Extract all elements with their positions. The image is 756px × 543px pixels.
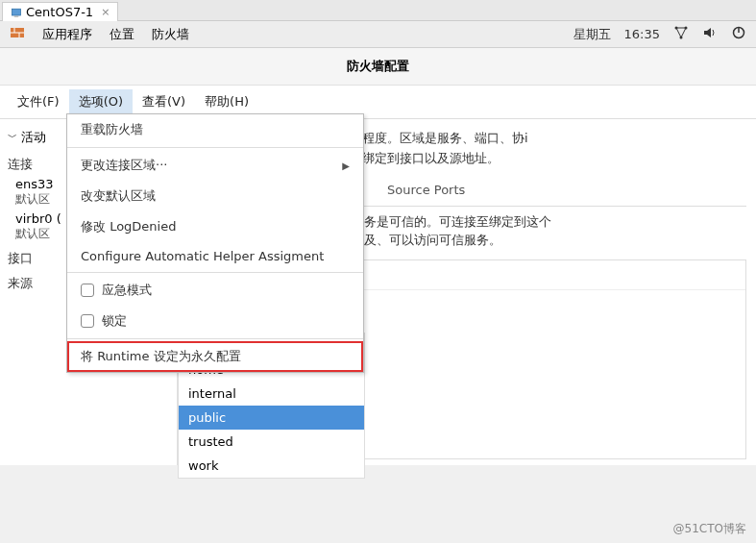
watermark: @51CTO博客 — [673, 521, 746, 537]
menu-change-connection-zone[interactable]: 更改连接区域··· — [67, 150, 363, 181]
menu-options[interactable]: 选项(O) — [69, 89, 133, 114]
zone-item-internal[interactable]: internal — [179, 382, 364, 406]
close-icon[interactable]: × — [101, 6, 110, 18]
zone-item-work[interactable]: work — [179, 454, 364, 478]
menu-change-default-zone[interactable]: 改变默认区域 — [67, 181, 363, 211]
menu-reload-firewall[interactable]: 重载防火墙 — [67, 114, 363, 145]
panel-clock-day: 星期五 — [573, 26, 611, 43]
panel-firewall[interactable]: 防火墙 — [152, 26, 189, 43]
menu-runtime-to-permanent[interactable]: 将 Runtime 设定为永久配置 — [67, 341, 363, 372]
vm-tab[interactable]: CentOS7-1 × — [2, 2, 118, 21]
volume-icon[interactable] — [702, 25, 718, 43]
svg-rect-1 — [14, 15, 19, 16]
menu-panic-label: 应急模式 — [102, 282, 152, 299]
panel-places[interactable]: 位置 — [110, 26, 134, 43]
checkbox-icon — [81, 284, 94, 297]
chevron-down-icon: ﹀ — [8, 131, 17, 144]
network-icon[interactable] — [673, 25, 689, 43]
vm-icon — [11, 7, 22, 18]
tab-source-ports[interactable]: Source Ports — [372, 177, 480, 203]
menu-auto-helper[interactable]: Configure Automatic Helper Assigment — [67, 242, 363, 270]
panel-clock-time: 16:35 — [624, 27, 660, 41]
vm-tab-title: CentOS7-1 — [26, 5, 93, 19]
window-title: 防火墙配置 — [0, 48, 756, 86]
svg-rect-0 — [12, 9, 21, 15]
zone-item-trusted[interactable]: trusted — [179, 430, 364, 454]
zone-item-public[interactable]: public — [179, 406, 364, 430]
menu-modify-logdenied[interactable]: 修改 LogDenied — [67, 211, 363, 242]
menu-lockdown-label: 锁定 — [102, 312, 127, 330]
menu-panic-mode[interactable]: 应急模式 — [67, 275, 363, 306]
menu-view[interactable]: 查看(V) — [133, 89, 195, 114]
menu-help[interactable]: 帮助(H) — [195, 89, 258, 114]
menu-lockdown[interactable]: 锁定 — [67, 306, 363, 336]
power-icon[interactable] — [731, 25, 746, 43]
vm-tab-strip: CentOS7-1 × — [0, 0, 756, 21]
firewall-app-icon — [10, 25, 25, 43]
panel-apps[interactable]: 应用程序 — [42, 26, 92, 43]
gnome-top-panel: 应用程序 位置 防火墙 星期五 16:35 — [0, 21, 756, 48]
sidebar-active-label: 活动 — [21, 129, 46, 146]
options-dropdown: 重载防火墙 更改连接区域··· 改变默认区域 修改 LogDenied Conf… — [66, 113, 364, 373]
checkbox-icon — [81, 314, 94, 328]
menu-file[interactable]: 文件(F) — [8, 89, 69, 114]
